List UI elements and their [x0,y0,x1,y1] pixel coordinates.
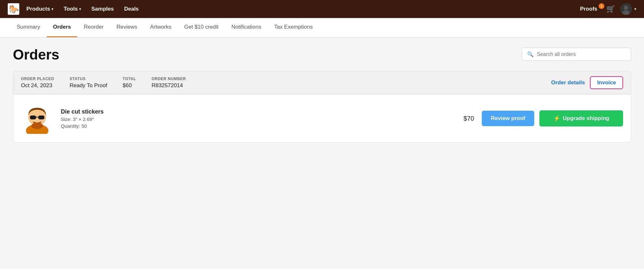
order-number-label: ORDER NUMBER [152,77,186,81]
order-total-field: TOTAL $60 [123,77,136,89]
product-price: $70 [463,115,474,122]
review-proof-button[interactable]: Review proof [482,111,534,126]
nav-items: Products ▾ Tools ▾ Samples Deals [22,3,143,15]
nav-right: Proofs 1 🛒 ▾ [576,3,636,15]
order-status-value: Ready To Proof [70,82,107,89]
nav-samples[interactable]: Samples [87,3,118,15]
order-status-field: STATUS Ready To Proof [70,77,107,89]
order-details-link[interactable]: Order details [551,79,585,86]
user-menu[interactable]: ▾ [620,3,636,15]
lightning-icon: ⚡ [553,115,560,122]
tab-summary[interactable]: Summary [10,18,47,37]
search-icon: 🔍 [527,51,534,57]
top-navigation: 🐎 Products ▾ Tools ▾ Samples Deals Proof… [0,0,644,18]
order-placed-field: ORDER PLACED Oct 24, 2023 [21,77,54,89]
svg-point-10 [31,123,43,129]
order-status-label: STATUS [70,77,107,81]
main-content: Orders 🔍 ORDER PLACED Oct 24, 2023 STATU… [0,37,644,269]
order-number-value: R832572014 [152,82,186,89]
tab-get-credit[interactable]: Get $10 credit [178,18,225,37]
sub-navigation: Summary Orders Reorder Reviews Artworks … [0,18,644,37]
order-item: Die cut stickers Size: 3″ × 2.69″ Quanti… [13,95,631,142]
nav-tools[interactable]: Tools ▾ [59,3,86,15]
product-name: Die cut stickers [61,108,436,115]
avatar[interactable] [620,3,632,15]
tab-reorder[interactable]: Reorder [77,18,110,37]
order-total-label: TOTAL [123,77,136,81]
tools-chevron-icon: ▾ [79,7,81,11]
proofs-badge: 1 [599,3,604,9]
order-card: ORDER PLACED Oct 24, 2023 STATUS Ready T… [13,71,631,143]
nav-deals[interactable]: Deals [120,3,143,15]
proofs-button[interactable]: Proofs 1 [576,6,601,12]
tab-artworks[interactable]: Artworks [144,18,178,37]
tab-reviews[interactable]: Reviews [110,18,144,37]
product-info: Die cut stickers Size: 3″ × 2.69″ Quanti… [61,108,436,129]
search-input[interactable] [537,51,626,57]
search-box[interactable]: 🔍 [522,48,631,61]
svg-rect-8 [38,116,44,119]
order-placed-value: Oct 24, 2023 [21,82,54,89]
nav-products[interactable]: Products ▾ [22,3,58,15]
logo[interactable]: 🐎 [8,3,19,15]
order-number-field: ORDER NUMBER R832572014 [152,77,186,89]
invoice-button[interactable]: Invoice [590,76,623,89]
products-chevron-icon: ▾ [51,7,53,11]
user-chevron-icon[interactable]: ▾ [634,7,636,11]
nav-left: 🐎 Products ▾ Tools ▾ Samples Deals [8,3,143,15]
order-total-value: $60 [123,82,136,89]
order-placed-label: ORDER PLACED [21,77,54,81]
product-quantity: Quantity: 50 [61,123,436,129]
svg-rect-7 [30,116,36,119]
svg-text:🐎: 🐎 [9,4,19,14]
svg-point-3 [624,5,628,10]
cart-icon[interactable]: 🛒 [606,5,615,13]
order-header: ORDER PLACED Oct 24, 2023 STATUS Ready T… [13,71,631,95]
product-image [21,102,53,134]
tab-notifications[interactable]: Notifications [225,18,268,37]
order-header-actions: Order details Invoice [551,76,623,89]
page-title: Orders [13,48,59,62]
upgrade-shipping-label: Upgrade shipping [563,115,610,122]
page-header: Orders 🔍 [13,48,631,62]
tab-tax-exemptions[interactable]: Tax Exemptions [268,18,319,37]
upgrade-shipping-button[interactable]: ⚡ Upgrade shipping [539,110,623,126]
tab-orders[interactable]: Orders [47,18,78,37]
product-size: Size: 3″ × 2.69″ [61,116,436,122]
order-item-actions: Review proof ⚡ Upgrade shipping [482,110,623,126]
